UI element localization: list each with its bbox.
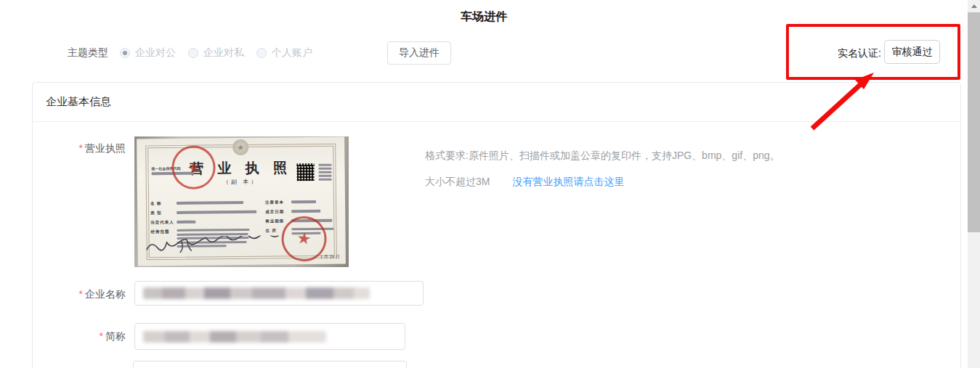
license-field-label: *营业执照 bbox=[44, 142, 126, 155]
radio-label: 企业对公 bbox=[135, 46, 176, 60]
national-emblem-icon: ★ bbox=[232, 139, 248, 155]
chevron-up-icon bbox=[971, 4, 977, 8]
redacted-text bbox=[177, 201, 243, 205]
redacted-text bbox=[177, 210, 256, 214]
size-hint-row: 大小不超过3M 没有营业执照请点击这里 bbox=[425, 176, 624, 189]
business-license-image[interactable]: ★ 营 业 执 照 （副 本） 统一社会信用代码 ★ 名 称 注册资本 类 型 … bbox=[134, 136, 349, 267]
short-name-input[interactable] bbox=[134, 323, 405, 350]
redacted-text bbox=[291, 210, 320, 213]
redacted-text bbox=[143, 287, 370, 299]
next-field-input[interactable] bbox=[133, 361, 407, 368]
qr-code-icon bbox=[296, 163, 314, 181]
vertical-scrollbar[interactable] bbox=[968, 0, 980, 368]
import-entry-button[interactable]: 导入进件 bbox=[387, 41, 451, 65]
parking-entry-page: 车场进件 主题类型 企业对公 企业对私 个人账户 导入进件 实名认证: 审核通过… bbox=[0, 0, 980, 368]
section-title: 企业基本信息 bbox=[46, 95, 111, 109]
radio-checked-icon[interactable] bbox=[120, 48, 130, 58]
radio-unchecked-icon[interactable] bbox=[256, 48, 267, 58]
radio-personal-account[interactable]: 个人账户 bbox=[256, 46, 312, 60]
redacted-text bbox=[177, 221, 195, 224]
subject-type-label: 主题类型 bbox=[68, 46, 108, 60]
required-asterisk: * bbox=[79, 142, 83, 154]
section-header: 企业基本信息 bbox=[32, 82, 961, 122]
handwritten-signature-icon bbox=[144, 235, 289, 255]
required-asterisk: * bbox=[79, 288, 83, 300]
radio-unchecked-icon[interactable] bbox=[188, 48, 198, 58]
radio-label: 个人账户 bbox=[272, 46, 312, 60]
company-name-input[interactable] bbox=[134, 281, 424, 306]
redacted-text bbox=[143, 331, 326, 343]
qr-side-text bbox=[318, 164, 331, 181]
redacted-text bbox=[291, 200, 316, 203]
scroll-up-button[interactable] bbox=[968, 0, 980, 12]
size-limit-hint: 大小不超过3M bbox=[425, 176, 490, 189]
scrollbar-thumb[interactable] bbox=[968, 12, 980, 232]
subject-type-row: 主题类型 企业对公 企业对私 个人账户 bbox=[68, 42, 325, 64]
license-paper: ★ 营 业 执 照 （副 本） 统一社会信用代码 ★ 名 称 注册资本 类 型 … bbox=[137, 137, 346, 266]
radio-corporate-private[interactable]: 企业对私 bbox=[188, 46, 244, 60]
audit-status-button[interactable]: 审核通过 bbox=[884, 40, 940, 64]
radio-label: 企业对私 bbox=[203, 46, 244, 60]
required-asterisk: * bbox=[100, 330, 103, 342]
license-date: 1 月 29 日 bbox=[320, 254, 340, 261]
no-license-link[interactable]: 没有营业执照请点击这里 bbox=[512, 176, 624, 189]
format-requirement-hint: 格式要求:原件照片、扫描件或加盖公章的复印件，支持JPG、bmp、gif、png… bbox=[425, 150, 780, 163]
short-name-label: *简称 bbox=[44, 330, 126, 343]
realname-auth-label: 实名认证: bbox=[838, 47, 881, 60]
radio-corporate-public[interactable]: 企业对公 bbox=[120, 46, 176, 60]
company-name-label: *企业名称 bbox=[44, 288, 126, 301]
page-title: 车场进件 bbox=[0, 9, 968, 25]
